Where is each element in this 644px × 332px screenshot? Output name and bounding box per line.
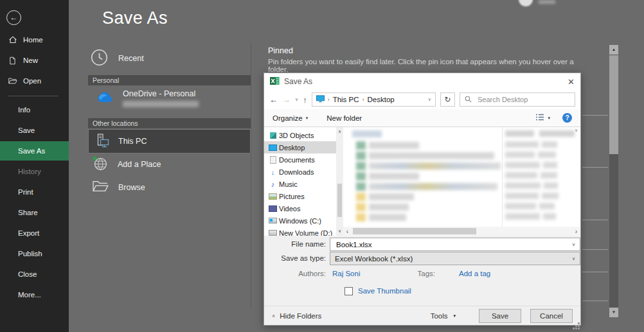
- sidebar-item-save[interactable]: Save: [0, 121, 69, 140]
- file-row-redacted[interactable]: [356, 152, 494, 160]
- sidebar-item-share[interactable]: Share: [0, 203, 69, 222]
- tree-item-videos[interactable]: Videos: [264, 202, 336, 214]
- change-view-button[interactable]: ▾: [535, 114, 550, 122]
- nav-forward-icon[interactable]: →: [282, 95, 291, 105]
- triangle-up-icon: ▲: [612, 48, 616, 51]
- column-collapse-chevron-icon[interactable]: ∨: [575, 128, 578, 133]
- file-row-redacted[interactable]: [356, 162, 501, 170]
- breadcrumb-this-pc[interactable]: This PC: [333, 96, 359, 103]
- tree-item-downloads[interactable]: ↓Downloads: [264, 166, 336, 178]
- authors-value[interactable]: Raj Soni: [332, 270, 360, 277]
- browse-place[interactable]: Browse: [92, 180, 145, 195]
- sidebar-item-save-as[interactable]: Save As: [0, 141, 69, 161]
- authors-label: Authors:: [264, 270, 326, 277]
- tree-scrollbar-thumb[interactable]: [337, 184, 342, 217]
- app-scrollbar[interactable]: ▲ ▼: [609, 45, 618, 317]
- recent-clock-icon: [91, 49, 108, 68]
- nav-up-icon[interactable]: ↑: [303, 95, 307, 105]
- hide-folders-button[interactable]: ∧ Hide Folders: [272, 312, 321, 320]
- sidebar-item-open[interactable]: Open: [0, 71, 69, 91]
- horizontal-scrollbar-thumb[interactable]: [353, 228, 476, 234]
- search-input[interactable]: [476, 95, 570, 104]
- drive-icon: [269, 216, 277, 225]
- sidebar-item-new[interactable]: New: [0, 51, 69, 70]
- dialog-address-bar: ← → ∨ ↑ › This PC › Desktop ∨ ↻: [264, 90, 580, 109]
- dialog-titlebar[interactable]: Save As ✕: [264, 73, 580, 90]
- close-icon[interactable]: ✕: [558, 77, 575, 87]
- save-type-combo[interactable]: Excel Workbook (*.xlsx) ∨: [330, 252, 580, 265]
- chevron-down-icon[interactable]: ∨: [336, 229, 343, 234]
- page-title: Save As: [102, 8, 168, 28]
- user-avatar[interactable]: [519, 0, 533, 6]
- tree-item-documents[interactable]: Documents: [264, 153, 336, 166]
- add-a-place[interactable]: Add a Place: [92, 155, 161, 173]
- back-button[interactable]: ←: [6, 10, 21, 25]
- sidebar-item-close[interactable]: Close: [0, 265, 69, 284]
- chevron-up-icon[interactable]: ∧: [336, 129, 343, 134]
- onedrive-place[interactable]: OneDrive - Personal: [94, 89, 199, 107]
- file-row-redacted[interactable]: [356, 203, 409, 211]
- onedrive-icon: [94, 92, 112, 105]
- file-row-redacted[interactable]: [356, 193, 414, 201]
- detail-cell-redacted: [505, 203, 555, 209]
- detail-cell-redacted: [505, 193, 559, 199]
- caret-down-icon: ▾: [306, 116, 309, 121]
- breadcrumb-desktop[interactable]: Desktop: [368, 96, 395, 103]
- music-icon: ♪: [269, 180, 277, 188]
- scroll-up-button[interactable]: ▲: [609, 45, 618, 55]
- this-pc-label: This PC: [118, 137, 147, 146]
- sidebar-item-info[interactable]: Info: [0, 100, 69, 119]
- organize-dropdown[interactable]: Organize ▾: [273, 114, 308, 122]
- sidebar-item-more[interactable]: More...: [0, 285, 69, 304]
- file-row-redacted[interactable]: [356, 172, 419, 180]
- tree-item-windows-c[interactable]: Windows (C:): [264, 214, 336, 227]
- tools-dropdown[interactable]: Tools ▾: [431, 312, 456, 320]
- pinned-row-separator: [582, 115, 608, 116]
- refresh-button[interactable]: ↻: [440, 92, 455, 107]
- recent-locations-chevron-icon[interactable]: ∨: [295, 97, 298, 102]
- tree-item-music[interactable]: ♪Music: [264, 178, 336, 190]
- chevron-down-icon[interactable]: ∨: [572, 242, 575, 247]
- caret-down-icon: ▾: [548, 116, 550, 121]
- nav-back-icon[interactable]: ←: [269, 95, 278, 105]
- horizontal-scrollbar[interactable]: ‹ ›: [343, 227, 580, 236]
- chevron-left-icon[interactable]: ‹: [343, 228, 352, 235]
- search-box[interactable]: [460, 92, 575, 107]
- new-document-icon: [8, 56, 17, 65]
- save-thumbnail-label[interactable]: Save Thumbnail: [358, 287, 411, 295]
- tree-item-desktop[interactable]: Desktop: [264, 141, 336, 153]
- detail-cell-redacted: [505, 152, 556, 158]
- file-row-redacted[interactable]: [356, 213, 406, 222]
- add-tag-link[interactable]: Add a tag: [459, 270, 490, 277]
- scrollbar-thumb[interactable]: [609, 55, 618, 154]
- caret-down-icon: ▾: [453, 313, 456, 319]
- save-type-label: Save as type:: [264, 254, 326, 262]
- resize-grip[interactable]: [578, 322, 580, 324]
- sidebar-item-publish[interactable]: Publish: [0, 244, 69, 263]
- dialog-body: 3D Objects Desktop Documents ↓Downloads …: [264, 127, 580, 236]
- sidebar-item-history[interactable]: History: [0, 162, 69, 181]
- chevron-right-icon[interactable]: ›: [572, 228, 580, 235]
- file-row-redacted[interactable]: [356, 141, 419, 150]
- new-folder-button[interactable]: New folder: [326, 114, 362, 122]
- save-button[interactable]: Save: [479, 309, 521, 323]
- sidebar-item-home[interactable]: Home: [0, 30, 69, 49]
- column-header-redacted: [539, 130, 575, 137]
- this-pc-place[interactable]: This PC: [88, 129, 251, 153]
- address-dropdown-chevron-icon[interactable]: ∨: [428, 97, 431, 102]
- tree-scrollbar[interactable]: ∧ ∨: [336, 127, 343, 236]
- cancel-button[interactable]: Cancel: [530, 309, 573, 323]
- tree-item-pictures[interactable]: Pictures: [264, 190, 336, 202]
- recent-tab[interactable]: Recent: [91, 49, 144, 68]
- file-name-input[interactable]: [335, 240, 572, 249]
- sidebar-item-print[interactable]: Print: [0, 182, 69, 202]
- tree-item-3d-objects[interactable]: 3D Objects: [264, 129, 336, 141]
- breadcrumb[interactable]: › This PC › Desktop ∨: [312, 92, 436, 107]
- file-name-combo[interactable]: ∨: [330, 238, 580, 251]
- onedrive-account-redacted: [123, 101, 199, 107]
- help-icon[interactable]: ?: [562, 113, 572, 123]
- sidebar-item-export[interactable]: Export: [0, 223, 69, 243]
- scroll-down-button[interactable]: ▼: [609, 308, 618, 317]
- file-row-redacted[interactable]: [356, 182, 497, 191]
- save-thumbnail-checkbox[interactable]: [344, 287, 353, 295]
